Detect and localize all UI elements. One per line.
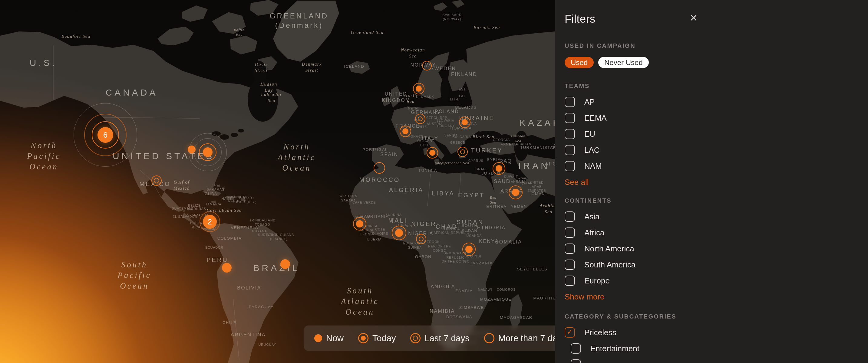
older-ring-icon [484, 333, 494, 343]
team-row-nam[interactable]: NAM [565, 161, 702, 171]
checkbox[interactable] [565, 129, 575, 139]
used-pill-button[interactable]: Used [565, 57, 594, 68]
continent-row-africa[interactable]: Africa [565, 228, 702, 238]
checkbox-label: Priceless [584, 328, 616, 337]
marker-ring [416, 234, 426, 244]
checkbox[interactable] [565, 260, 575, 270]
section-header-continents: CONTINENTS [565, 197, 702, 204]
today-dot-icon [358, 333, 368, 343]
marker-count-dot: 6 [97, 127, 113, 143]
checkbox-label: North America [584, 244, 634, 254]
checkbox[interactable] [565, 145, 575, 155]
show-more-link[interactable]: Show more [565, 292, 604, 302]
checkbox[interactable] [565, 327, 575, 338]
section-header-teams: TEAMS [565, 82, 702, 90]
see-all-link[interactable]: See all [565, 177, 589, 187]
filters-panel: Filters ✕ USED IN CAMPAIGN Used Never Us… [555, 0, 868, 363]
marker-dot [465, 245, 473, 253]
marker-dot [402, 128, 408, 134]
map-markers-layer: 62 [0, 0, 555, 363]
checkbox[interactable] [565, 161, 575, 171]
checkbox-label: South America [584, 260, 636, 269]
checkbox-label: AP [584, 97, 595, 107]
marker-ring [374, 162, 385, 174]
checkbox-label: Europe [584, 276, 610, 286]
marker-ring [458, 147, 468, 157]
never-used-pill-button[interactable]: Never Used [598, 57, 649, 68]
checkbox[interactable] [565, 275, 575, 286]
team-row-lac[interactable]: LAC [565, 145, 702, 155]
marker-ring [151, 175, 162, 186]
team-row-eu[interactable]: EU [565, 129, 702, 139]
world-map[interactable]: Beaufort SeaBaffin BayDavis StraitHudson… [0, 0, 555, 363]
legend-item-today: Today [358, 333, 396, 343]
legend-label: Now [326, 333, 344, 343]
marker-dot [280, 259, 290, 269]
legend-item-now: Now [314, 333, 344, 343]
panel-title: Filters [565, 13, 702, 25]
marker-dot [356, 220, 363, 228]
checkbox[interactable] [565, 211, 575, 222]
marker-dot [462, 119, 468, 125]
checkbox-label: Africa [584, 228, 604, 237]
subcategory-row-partial[interactable] [571, 359, 702, 363]
marker-dot [496, 165, 502, 172]
last7-ring-icon [410, 333, 421, 343]
marker-ring [415, 114, 425, 124]
close-icon[interactable]: ✕ [687, 12, 700, 24]
section-header-used-in-campaign: USED IN CAMPAIGN [565, 42, 702, 49]
map-legend: Now Today Last 7 days More than 7 days a… [304, 326, 555, 351]
legend-item-older: More than 7 days ago [484, 333, 555, 343]
checkbox[interactable] [565, 228, 575, 238]
continent-row-north-america[interactable]: North America [565, 243, 702, 254]
team-row-eema[interactable]: EEMA [565, 113, 702, 123]
marker-dot [416, 86, 422, 92]
checkbox[interactable] [565, 97, 575, 107]
subcategory-row-entertainment[interactable]: Entertainment [571, 343, 702, 354]
section-header-categories: CATEGORY & SUBCATEGORIES [565, 313, 702, 320]
category-row-priceless[interactable]: Priceless [565, 327, 702, 338]
marker-dot [203, 147, 213, 157]
marker-dot [222, 263, 231, 272]
checkbox-label: LAC [584, 145, 600, 155]
checkbox-label: EU [584, 129, 595, 139]
marker-dot [395, 229, 403, 237]
now-dot-icon [314, 334, 322, 342]
legend-label: Last 7 days [425, 333, 469, 343]
marker-ring [422, 61, 432, 70]
checkbox[interactable] [571, 359, 581, 363]
continent-row-europe[interactable]: Europe [565, 275, 702, 286]
checkbox-label: Entertainment [590, 344, 640, 353]
marker-count-dot: 2 [203, 215, 217, 229]
checkbox[interactable] [565, 113, 575, 123]
checkbox[interactable] [571, 343, 581, 354]
legend-label: More than 7 days ago [498, 333, 555, 343]
team-row-ap[interactable]: AP [565, 97, 702, 107]
app-window: Beaufort SeaBaffin BayDavis StraitHudson… [0, 0, 868, 363]
checkbox[interactable] [565, 243, 575, 254]
legend-label: Today [372, 333, 396, 343]
legend-item-last7: Last 7 days [410, 333, 469, 343]
checkbox-label: Asia [584, 212, 600, 222]
marker-dot [512, 189, 519, 196]
continent-row-south-america[interactable]: South America [565, 260, 702, 270]
checkbox-label: NAM [584, 162, 602, 171]
checkbox-label: EEMA [584, 113, 607, 123]
marker-dot [429, 150, 435, 156]
continent-row-asia[interactable]: Asia [565, 211, 702, 222]
